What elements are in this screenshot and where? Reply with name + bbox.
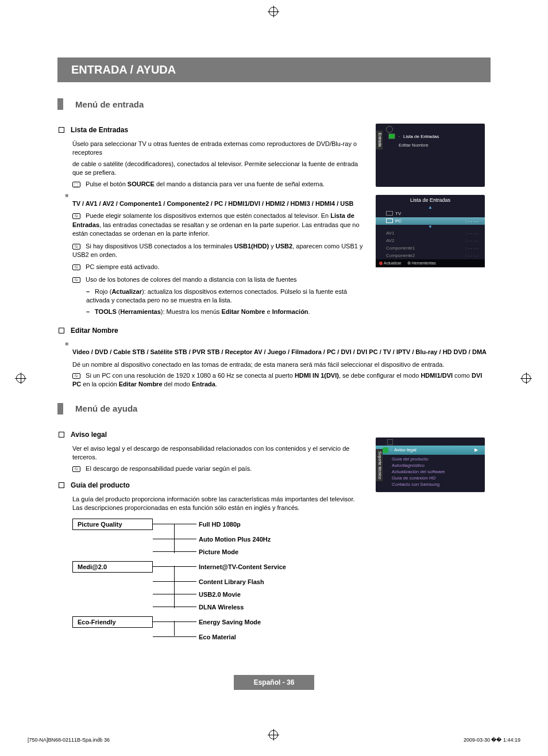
text: Rojo (: [95, 288, 111, 295]
screenshot-footer: Actualizar ⚙ Herramientas: [376, 259, 485, 267]
text: , las entradas conectadas se resaltan y …: [72, 221, 360, 237]
tree-row: Medi@2.0 Internet@TV-Content Service: [72, 561, 364, 573]
list-row: TV: [376, 210, 485, 217]
menu-label: Actualización del software: [392, 469, 480, 475]
body-text: Dé un nombre al dispositivo conectado en…: [72, 360, 491, 369]
text-bold: USB1(HDD): [234, 243, 269, 250]
note-item: ⦰ Puede elegir solamente los dispositivo…: [72, 212, 364, 238]
tree-row: Eco-Friendly Energy Saving Mode: [72, 616, 364, 628]
tree-row: Auto Motion Plus 240Hz: [72, 536, 364, 543]
list-value: : - - - -: [465, 231, 478, 236]
text: (: [117, 308, 121, 315]
note-item: ⬚ Pulse el botón SOURCE del mando a dist…: [72, 180, 364, 189]
gray-bullet-icon: ■: [65, 340, 491, 347]
connector: [153, 594, 196, 594]
list-label: Componente2: [386, 253, 465, 258]
dash-item: – TOOLS (Herramientas): Muestra los menú…: [86, 308, 364, 316]
section-header-ayuda: Menú de ayuda: [57, 403, 491, 415]
text-bold: HDMI IN 1(DVI): [295, 372, 339, 379]
tv-menu-screenshot-2: Lista de Entradas ▲ TV PC: - - - - ▼ AV1…: [376, 195, 485, 267]
menu-label: Guía de conexión HD: [392, 475, 480, 481]
connector: [153, 539, 196, 539]
text-bold: Editar Nombre: [119, 381, 163, 387]
tv-menu-screenshot-1: Entrada ·Lista de Entradas Editar Nombre: [376, 124, 485, 187]
dash-icon: –: [86, 308, 93, 316]
text: Puede elegir solamente los dispositivos …: [86, 212, 330, 219]
note-item: ⦰ Si un PC con una resolución de 1920 x …: [72, 371, 491, 389]
list-label: AV2: [386, 238, 465, 243]
footer-label: Actualizar: [384, 261, 402, 265]
gear-icon: [386, 126, 393, 133]
section-title: Menú de entrada: [75, 99, 144, 109]
note-item: ⦰ PC siempre está activado.: [72, 263, 364, 271]
connector: [153, 566, 196, 567]
arrow-down-icon: ▼: [376, 225, 485, 229]
menu-row: ·Lista de Entradas: [386, 132, 483, 141]
list-label: TV: [395, 211, 478, 216]
tree-leaf: Eco Material: [199, 634, 236, 640]
tree-row: Picture Quality Full HD 1080p: [72, 519, 364, 530]
checkbox-icon: [59, 127, 64, 133]
note-item: ⦰ Uso de los botones de colores del mand…: [72, 275, 364, 284]
sources-list: TV / AV1 / AV2 / Componente1 / Component…: [72, 199, 364, 208]
checkbox-icon: [59, 328, 64, 333]
connector: [153, 607, 196, 607]
list-value: : - - - -: [465, 245, 478, 251]
help-icon: [383, 447, 388, 453]
tree-leaf: Auto Motion Plus 240Hz: [199, 536, 271, 543]
feature-tree: Picture Quality Full HD 1080p Auto Motio…: [72, 519, 364, 640]
subsection-title: Aviso legal: [71, 431, 107, 439]
tree-row: Content Library Flash: [72, 578, 364, 585]
menu-label: Aviso legal: [394, 447, 416, 452]
connector: [153, 621, 196, 622]
body-text: de cable o satélite (decodificadores), c…: [72, 160, 364, 178]
list-label: AV1: [386, 231, 465, 236]
text-bold: Herramientas: [121, 308, 161, 315]
connector: [153, 636, 196, 637]
subsection-editar-nombre: Editar Nombre: [57, 327, 491, 335]
tree-leaf: Energy Saving Mode: [199, 619, 261, 625]
list-row: Componente1: - - - -: [376, 244, 485, 252]
footer-label: Herramientas: [412, 261, 436, 265]
red-dot-icon: [379, 262, 383, 265]
side-tab: Soporte técnico: [376, 449, 383, 482]
connector: [153, 551, 196, 552]
text: El descargo de responsabilidad puede var…: [86, 465, 252, 472]
subsection-aviso-legal: Aviso legal: [57, 431, 364, 439]
icon: [387, 439, 393, 445]
tree-row: USB2.0 Movie: [72, 591, 364, 598]
subsection-title: Lista de Entradas: [71, 126, 128, 134]
options-list: Video / DVD / Cable STB / Satélite STB /…: [72, 348, 491, 356]
note-item: ⦰ Si hay dispositivos USB conectados a l…: [72, 242, 364, 260]
subsection-title: Editar Nombre: [71, 327, 118, 335]
tree-row: Eco Material: [72, 634, 364, 640]
arrow-up-icon: ▲: [376, 205, 485, 210]
tree-row: DLNA Wireless: [72, 604, 364, 611]
text-bold: Actualizar: [111, 288, 142, 295]
tree-leaf: DLNA Wireless: [199, 604, 244, 611]
checkbox-icon: [59, 432, 64, 438]
register-mark-icon: [269, 730, 278, 739]
tree-leaf: Full HD 1080p: [199, 521, 241, 528]
arrow-right-icon: ▶: [474, 447, 478, 452]
subsection-lista-entradas: Lista de Entradas: [57, 126, 364, 134]
text: del mando a distancia para ver una fuent…: [155, 181, 325, 187]
note-icon: ⦰: [72, 373, 80, 379]
menu-label: Contacto con Samsung: [392, 481, 480, 488]
tree-category: Medi@2.0: [72, 561, 153, 573]
tree-leaf: Picture Mode: [199, 548, 238, 555]
tree-leaf: Content Library Flash: [199, 578, 264, 585]
menu-row: Editar Nombre: [386, 141, 483, 149]
body-text: Úselo para seleccionar TV u otras fuente…: [72, 140, 364, 158]
text: Si hay dispositivos USB conectados a los…: [86, 243, 234, 250]
list-value: : - - - -: [465, 238, 478, 243]
note-icon: ⦰: [72, 213, 80, 219]
print-file: [750-NA]BN68-02111B-Spa.indb 36: [28, 737, 110, 743]
note-item: ⦰ El descargo de responsabilidad puede v…: [72, 465, 364, 473]
text-bold: TOOLS: [95, 308, 117, 315]
text: PC siempre está activado.: [86, 263, 159, 270]
text: como: [453, 372, 472, 379]
connector: [153, 524, 196, 524]
section-banner: ENTRADA / AYUDA: [57, 57, 491, 82]
note-icon: ⦰: [72, 264, 80, 270]
